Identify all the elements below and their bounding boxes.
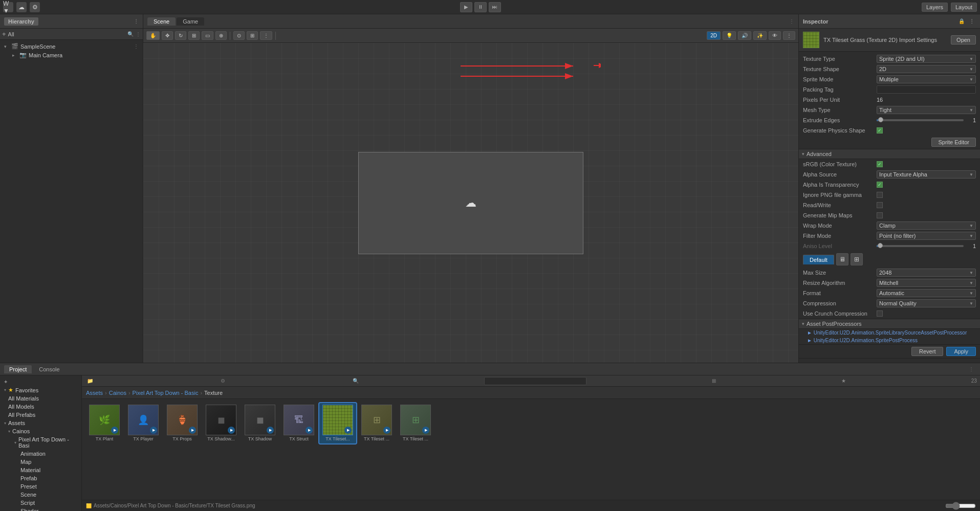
texture-shape-dropdown[interactable]: 2D ▼ bbox=[877, 65, 976, 73]
asset-tx-tileset-grass[interactable]: ▶ TX Tileset... bbox=[319, 403, 356, 443]
hierarchy-more-icon[interactable]: ⋮ bbox=[136, 31, 141, 37]
format-dropdown[interactable]: Automatic ▼ bbox=[877, 289, 976, 297]
monitor-platform-icon[interactable]: 🖥 bbox=[836, 253, 848, 265]
tx-props-play[interactable]: ▶ bbox=[189, 427, 196, 434]
folder-icon[interactable]: 📁 bbox=[85, 378, 95, 384]
settings-icon[interactable]: ⚙ bbox=[30, 2, 40, 12]
packing-tag-input[interactable] bbox=[877, 85, 976, 94]
breadcrumb-pixel-art[interactable]: Pixel Art Top Down - Basic bbox=[133, 390, 199, 396]
hierarchy-add-btn[interactable]: + bbox=[2, 30, 6, 38]
animation-item[interactable]: Animation bbox=[0, 450, 81, 458]
mesh-type-dropdown[interactable]: Tight ▼ bbox=[877, 106, 976, 114]
material-item[interactable]: Material bbox=[0, 466, 81, 474]
scene-item[interactable]: ▾ 🎬 SampleScene ⋮ bbox=[0, 42, 143, 51]
inspector-more[interactable]: ⋮ bbox=[968, 17, 976, 26]
menu-icon[interactable]: W ▼ bbox=[3, 2, 13, 12]
read-write-checkbox[interactable] bbox=[877, 202, 883, 208]
texture-type-dropdown[interactable]: Sprite (2D and UI) ▼ bbox=[877, 55, 976, 63]
scene-view[interactable]: ☁ bbox=[143, 43, 798, 363]
all-materials-item[interactable]: All Materials bbox=[0, 394, 81, 403]
rect-tool-btn[interactable]: ▭ bbox=[202, 31, 213, 40]
tab-scene[interactable]: Scene bbox=[147, 17, 176, 26]
lighting-btn[interactable]: 💡 bbox=[723, 31, 736, 40]
extrude-edges-slider[interactable]: 1 bbox=[877, 117, 976, 123]
favorites-item[interactable]: ▾ ★ Favorites bbox=[0, 386, 81, 394]
script-item[interactable]: Script bbox=[0, 499, 81, 507]
scene-item-project[interactable]: Scene bbox=[0, 491, 81, 499]
layout-button[interactable]: Layout bbox=[951, 3, 977, 12]
search-small-icon[interactable]: 🔍 bbox=[351, 378, 361, 384]
asset-tx-plant[interactable]: 🌿 ▶ TX Plant bbox=[86, 403, 123, 443]
settings-small-icon[interactable]: ⚙ bbox=[219, 378, 227, 384]
sprite-editor-button[interactable]: Sprite Editor bbox=[931, 138, 976, 147]
project-search-input[interactable] bbox=[484, 377, 586, 385]
cloud-icon[interactable]: ☁ bbox=[16, 2, 27, 12]
post-processor-2[interactable]: ► UnityEditor.U2D.Animation.SpritePostPr… bbox=[799, 337, 980, 344]
view-options-btn[interactable]: ⋮ bbox=[783, 31, 795, 40]
rotate-tool-btn[interactable]: ↻ bbox=[175, 31, 186, 40]
hierarchy-all[interactable]: All bbox=[8, 31, 14, 37]
zoom-slider[interactable] bbox=[945, 503, 976, 508]
default-platform-tab[interactable]: Default bbox=[803, 255, 834, 264]
all-prefabs-item[interactable]: All Prefabs bbox=[0, 411, 81, 419]
alpha-source-dropdown[interactable]: Input Texture Alpha ▼ bbox=[877, 170, 976, 179]
post-processor-1[interactable]: ► UnityEditor.U2D.Animation.SpriteLibrar… bbox=[799, 329, 980, 337]
tx-tileset3-play[interactable]: ▶ bbox=[422, 427, 429, 434]
shader-item[interactable]: Shader bbox=[0, 507, 81, 511]
pause-button[interactable]: ⏸ bbox=[474, 2, 487, 12]
play-button[interactable]: ▶ bbox=[460, 2, 472, 12]
alpha-transparency-checkbox[interactable]: ✓ bbox=[877, 182, 883, 188]
tab-project[interactable]: Project bbox=[4, 365, 32, 373]
tx-tileset2-play[interactable]: ▶ bbox=[383, 427, 390, 434]
assets-item[interactable]: ▾ Assets bbox=[0, 419, 81, 427]
layers-button[interactable]: Layers bbox=[922, 3, 948, 12]
tx-struct-play[interactable]: ▶ bbox=[306, 427, 313, 434]
asset-tx-shadow-dark[interactable]: ◼ ▶ TX Shadow... bbox=[203, 403, 239, 443]
srgb-checkbox[interactable]: ✓ bbox=[877, 161, 883, 167]
2d-btn[interactable]: 2D bbox=[707, 31, 721, 40]
ignore-png-checkbox[interactable] bbox=[877, 192, 883, 198]
tab-console[interactable]: Console bbox=[34, 365, 64, 373]
max-size-dropdown[interactable]: 2048 ▼ bbox=[877, 269, 976, 277]
asset-tx-props[interactable]: 🏺 ▶ TX Props bbox=[164, 403, 201, 443]
generate-physics-checkbox[interactable]: ✓ bbox=[877, 127, 883, 134]
audio-btn[interactable]: 🔊 bbox=[738, 31, 751, 40]
use-crunch-checkbox[interactable] bbox=[877, 310, 883, 317]
scene-menu-icon[interactable]: ⋮ bbox=[789, 18, 794, 24]
open-button[interactable]: Open bbox=[951, 35, 976, 45]
asset-tx-shadow[interactable]: ◼ ▶ TX Shadow bbox=[242, 403, 278, 443]
hierarchy-menu-icon[interactable]: ⋮ bbox=[134, 18, 139, 24]
breadcrumb-cainos[interactable]: Cainos bbox=[109, 390, 126, 396]
prefab-item[interactable]: Prefab bbox=[0, 474, 81, 482]
advanced-section-header[interactable]: ▾ Advanced bbox=[799, 149, 980, 159]
aniso-slider[interactable]: 1 bbox=[877, 243, 976, 249]
add-asset-btn[interactable]: + bbox=[0, 377, 81, 386]
asset-tx-struct[interactable]: 🏗 ▶ TX Struct bbox=[280, 403, 317, 443]
all-models-item[interactable]: All Models bbox=[0, 403, 81, 411]
grid-platform-icon[interactable]: ⊞ bbox=[851, 253, 863, 265]
revert-button[interactable]: Revert bbox=[911, 347, 943, 356]
snap-btn[interactable]: ⋮ bbox=[260, 31, 272, 40]
filter-mode-dropdown[interactable]: Point (no filter) ▼ bbox=[877, 232, 976, 240]
scale-tool-btn[interactable]: ⊞ bbox=[188, 31, 200, 40]
tx-shadow-dark-play[interactable]: ▶ bbox=[228, 427, 235, 434]
scene-menu[interactable]: ⋮ bbox=[134, 43, 139, 49]
tx-plant-play[interactable]: ▶ bbox=[111, 427, 118, 434]
camera-item[interactable]: ▸ 📷 Main Camera bbox=[0, 51, 143, 59]
hierarchy-tab[interactable]: Hierarchy bbox=[4, 17, 38, 26]
breadcrumb-assets[interactable]: Assets bbox=[86, 390, 103, 396]
map-item[interactable]: Map bbox=[0, 458, 81, 466]
pivot-btn[interactable]: ⊙ bbox=[233, 31, 245, 40]
bottom-menu-icon[interactable]: ⋮ bbox=[967, 366, 976, 372]
post-processors-header[interactable]: ▾ Asset PostProcessors bbox=[799, 319, 980, 329]
pixel-art-item[interactable]: ▾ Pixel Art Top Down - Basi bbox=[0, 435, 81, 450]
sprite-mode-dropdown[interactable]: Multiple ▼ bbox=[877, 75, 976, 83]
asset-tx-player[interactable]: 👤 ▶ TX Player bbox=[125, 403, 162, 443]
step-button[interactable]: ⏭ bbox=[489, 2, 501, 12]
hierarchy-search-icon[interactable]: 🔍 bbox=[127, 31, 134, 37]
asset-tx-tileset2[interactable]: ⊞ ▶ TX Tileset ... bbox=[358, 403, 395, 443]
tx-player-play[interactable]: ▶ bbox=[150, 427, 157, 434]
generate-mip-checkbox[interactable] bbox=[877, 212, 883, 218]
global-btn[interactable]: ⊞ bbox=[247, 31, 258, 40]
tx-grass-play[interactable]: ▶ bbox=[344, 427, 352, 434]
